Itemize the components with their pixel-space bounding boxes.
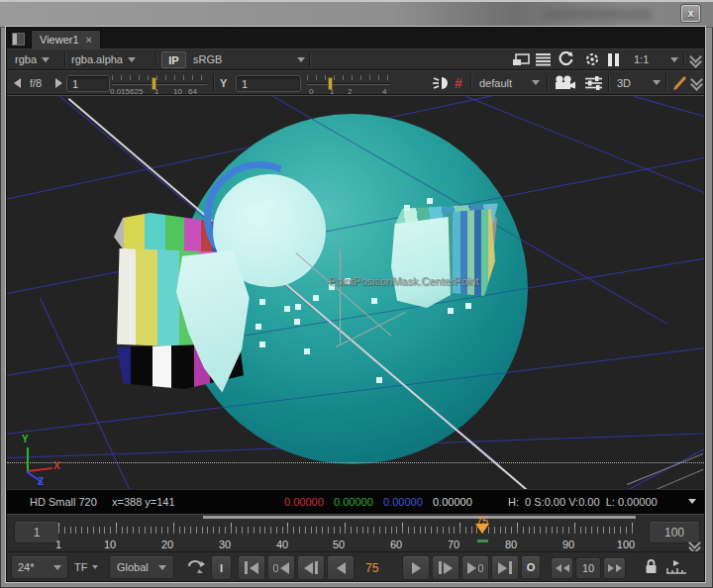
alpha-channel-dropdown[interactable]: rgba.alpha [71, 49, 136, 69]
tab-close-icon[interactable]: × [86, 34, 92, 46]
value-green: 0.00000 [334, 496, 373, 508]
point-particle [371, 298, 377, 304]
tick-label: 20 [161, 539, 173, 550]
zoom-level-dropdown[interactable]: 1:1 [634, 49, 649, 69]
refresh-sync-icon[interactable] [558, 49, 574, 69]
step-forward-button[interactable] [432, 555, 459, 580]
viewer-content: Viewer1 × rgba rgba.alpha IP sRGB [7, 28, 704, 581]
tick-label: 10 [104, 539, 116, 550]
status-bar: HD Small 720 x=388 y=141 0.00000 0.00000… [7, 489, 704, 514]
view-mode-dropdown[interactable]: 3D [617, 71, 631, 94]
grid-line [635, 96, 704, 179]
value-red: 0.00000 [284, 496, 324, 508]
gamma-input[interactable]: 1 [236, 75, 301, 92]
tab-viewer1[interactable]: Viewer1 × [31, 30, 101, 49]
go-last-button[interactable] [491, 555, 519, 580]
separator [547, 74, 548, 91]
collapse-timeline-icon[interactable] [689, 540, 700, 551]
playback-mode-dropdown[interactable]: TF [74, 552, 98, 581]
tick-label: 40 [276, 539, 288, 550]
separator [309, 52, 310, 66]
channel-sliders-icon[interactable] [585, 71, 602, 94]
lock-range-icon[interactable] [645, 552, 658, 581]
collapse-toolbar2-icon[interactable] [691, 71, 702, 94]
point-particle [259, 342, 265, 347]
pause-updates-icon[interactable] [608, 49, 619, 69]
input-process-button[interactable]: IP [161, 51, 186, 68]
out-point-button[interactable]: O [521, 555, 541, 579]
value-blue: 0.00000 [383, 496, 423, 508]
viewer-toolbar: rgba rgba.alpha IP sRGB [7, 49, 704, 70]
gain-input[interactable]: 1 [66, 75, 110, 92]
step-back-button[interactable] [297, 555, 325, 580]
point-particle [448, 308, 454, 314]
collapse-toolbar-icon[interactable] [690, 49, 701, 69]
point-particle [427, 198, 433, 204]
skip-forward-button[interactable] [603, 557, 626, 579]
fps-dropdown[interactable]: 24* [11, 555, 68, 579]
gamma-slider[interactable]: 0 1 2 4 [307, 74, 390, 96]
lut-caret[interactable] [532, 71, 540, 94]
pane-menu-icon[interactable] [12, 33, 25, 46]
play-forward-button[interactable] [402, 555, 430, 580]
monitor-output-icon[interactable] [512, 49, 530, 69]
separator [665, 74, 666, 91]
tick-label: 100 [617, 539, 635, 550]
layer-list-icon[interactable] [536, 49, 551, 69]
tick-label: 50 [333, 539, 345, 550]
next-stop-icon[interactable] [55, 71, 62, 94]
next-keyframe-button[interactable] [461, 555, 489, 580]
window-title-smudge [543, 9, 652, 20]
viewport-3d[interactable]: PointPositionMask.CenterPoint Y X Z [7, 95, 704, 489]
headlamp-icon[interactable] [433, 71, 450, 94]
range-scope-dropdown[interactable]: Global [109, 555, 174, 579]
separator [64, 52, 65, 66]
cache-bar [203, 516, 636, 519]
separator [683, 52, 684, 66]
wireframe-hash-icon[interactable]: # [455, 71, 462, 94]
point-particle [255, 324, 261, 330]
point-particle [404, 205, 410, 211]
go-first-button[interactable] [238, 555, 265, 580]
lut-dropdown[interactable]: default [479, 71, 512, 94]
in-point-button[interactable]: I [211, 555, 232, 580]
gizmo-axis-line [340, 249, 341, 343]
value-alpha: 0.00000 [433, 496, 472, 508]
prev-stop-icon[interactable] [14, 71, 21, 94]
play-backward-button[interactable] [327, 555, 355, 580]
colorspace-caret[interactable] [297, 49, 305, 69]
axis-y-label: Y [22, 434, 29, 444]
skip-back-button[interactable] [551, 557, 573, 579]
current-frame[interactable]: 75 [365, 561, 378, 575]
gamma-label: Y [220, 71, 227, 94]
playhead-marker[interactable] [475, 524, 489, 534]
point-particle [313, 295, 319, 301]
camera-icon[interactable] [554, 71, 576, 94]
separator [608, 74, 609, 91]
zoom-caret[interactable] [670, 49, 678, 69]
frame-increment-input[interactable]: 10 [575, 557, 601, 579]
timeline[interactable]: 1 1 10 20 30 40 50 60 70 80 90 100 75 10… [7, 514, 704, 551]
roi-gear-icon[interactable] [584, 49, 600, 69]
wipe-pencil-icon[interactable] [672, 71, 688, 94]
prev-keyframe-button[interactable] [267, 555, 295, 580]
axis-z-label: Z [38, 476, 44, 487]
point-position-label: PointPositionMask.CenterPoint [329, 275, 479, 287]
exposure-toolbar: f/8 1 0.015625 1 10 64 Y 1 0 [7, 70, 704, 95]
window-close-button[interactable]: x [681, 5, 700, 22]
status-options-caret[interactable] [688, 499, 696, 504]
aperture-label[interactable]: f/8 [30, 71, 42, 94]
cube-right-front-face [391, 217, 451, 308]
range-start-input[interactable]: 1 [14, 521, 59, 543]
separator [470, 74, 471, 91]
loop-mode-icon[interactable] [185, 552, 207, 581]
viewer-window: x Viewer1 × rgba rgba.alpha IP sRGB [0, 0, 713, 588]
colorspace-dropdown[interactable]: sRGB [193, 49, 222, 69]
gain-slider[interactable]: 0.015625 1 10 64 [112, 74, 207, 96]
window-titlebar[interactable]: x [0, 0, 713, 28]
view-mode-caret[interactable] [653, 71, 661, 94]
timeline-display-icon[interactable] [665, 552, 687, 581]
channel-dropdown[interactable]: rgba [15, 49, 50, 69]
tab-bar: Viewer1 × [7, 28, 704, 49]
tick-label: 1 [55, 539, 61, 550]
